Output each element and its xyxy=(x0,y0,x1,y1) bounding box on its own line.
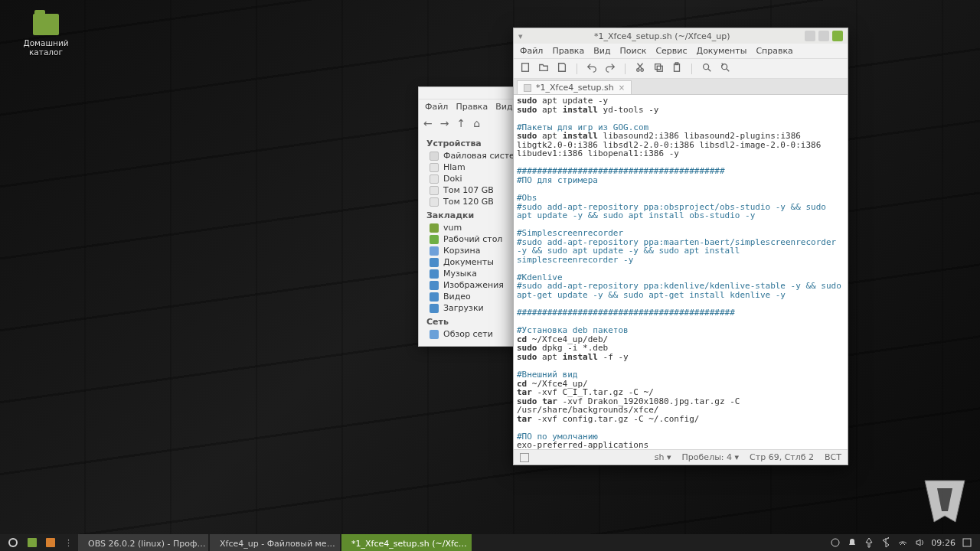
fm-menu-item[interactable]: Правка xyxy=(456,102,488,112)
undo-icon[interactable] xyxy=(586,62,597,75)
show-desktop-icon[interactable] xyxy=(962,537,972,548)
editor-tabbar: *1_Xfce4_setup.sh × xyxy=(514,79,848,95)
status-lang[interactable]: sh ▾ xyxy=(655,452,671,462)
drive-icon xyxy=(430,152,439,161)
replace-icon[interactable] xyxy=(720,62,730,75)
file-icon xyxy=(524,84,531,92)
sidebar-item-label: Музыка xyxy=(443,269,477,279)
editor-tab[interactable]: *1_Xfce4_setup.sh × xyxy=(517,80,632,94)
search-icon[interactable] xyxy=(701,62,712,75)
editor-menu-item[interactable]: Справка xyxy=(756,46,792,56)
sidebar-item-label: Обзор сети xyxy=(443,329,493,339)
window-title: *1_Xfce4_setup.sh (~/Xfce4_up) xyxy=(523,31,802,41)
editor-window[interactable]: ▾ *1_Xfce4_setup.sh (~/Xfce4_up) ФайлПра… xyxy=(513,28,848,465)
taskbar[interactable]: ⋮ OBS 26.0.2 (linux) - Проф…Xfce4_up - Ф… xyxy=(0,534,980,551)
bluetooth-icon[interactable] xyxy=(880,537,891,548)
terminal-icon xyxy=(46,538,55,547)
taskbar-task[interactable]: Xfce4_up - Файловый ме… xyxy=(210,534,340,551)
disk-icon xyxy=(430,174,439,184)
fblue-icon xyxy=(430,292,439,302)
editor-menubar: ФайлПравкаВидПоискСервисДокументыСправка xyxy=(514,44,848,59)
up-icon[interactable]: ↑ xyxy=(456,117,466,129)
tab-close-icon[interactable]: × xyxy=(619,83,625,92)
notifications-icon[interactable] xyxy=(847,537,858,548)
svg-rect-0 xyxy=(522,64,529,72)
fblue-icon xyxy=(430,281,439,290)
watermark-logo xyxy=(920,474,969,528)
svg-point-10 xyxy=(10,540,16,546)
status-insert: ВСТ xyxy=(825,452,841,462)
sidebar-item-label: Изображения xyxy=(443,280,504,290)
sidebar-item-label: Том 120 GB xyxy=(443,197,494,207)
svg-rect-4 xyxy=(657,66,662,71)
fblue-icon xyxy=(430,269,439,279)
status-spaces[interactable]: Пробелы: 4 ▾ xyxy=(682,452,739,462)
editor-menu-item[interactable]: Сервис xyxy=(655,46,687,56)
svg-rect-3 xyxy=(655,64,661,70)
disk-icon xyxy=(430,197,439,207)
editor-menu-item[interactable]: Поиск xyxy=(620,46,647,56)
launcher-files[interactable] xyxy=(23,534,41,551)
editor-content[interactable]: sudo apt update -y sudo apt install yd-t… xyxy=(514,95,848,449)
tab-label: *1_Xfce4_setup.sh xyxy=(536,83,614,93)
update-icon[interactable] xyxy=(864,537,874,548)
open-file-icon[interactable] xyxy=(538,62,549,75)
paste-icon[interactable] xyxy=(671,62,682,75)
editor-menu-item[interactable]: Правка xyxy=(552,46,584,56)
launcher-terminal[interactable] xyxy=(41,534,60,551)
svg-point-1 xyxy=(637,69,640,72)
task-label: Xfce4_up - Файловый ме… xyxy=(220,539,335,549)
fblue-icon xyxy=(430,304,439,313)
fblue-icon xyxy=(430,258,439,267)
folder-icon xyxy=(28,538,37,547)
desktop-icon-home[interactable]: Домашний каталог xyxy=(18,14,74,57)
launcher-misc[interactable]: ⋮ xyxy=(60,534,77,551)
sidebar-item-label: Корзина xyxy=(443,246,480,256)
task-label: OBS 26.0.2 (linux) - Проф… xyxy=(88,539,205,549)
obs-tray-icon[interactable] xyxy=(830,537,841,548)
app-menu-button[interactable] xyxy=(3,534,23,551)
fm-menu-item[interactable]: Файл xyxy=(425,102,448,112)
back-icon[interactable]: ← xyxy=(423,117,433,129)
taskbar-task[interactable]: OBS 26.0.2 (linux) - Проф… xyxy=(78,534,208,551)
copy-icon[interactable] xyxy=(653,62,664,75)
sidebar-item-label: Doki xyxy=(443,174,462,184)
sidebar-item-label: Том 107 GB xyxy=(443,185,494,195)
home-icon[interactable]: ⌂ xyxy=(473,117,480,129)
forward-icon[interactable]: → xyxy=(440,117,449,129)
minimize-button[interactable] xyxy=(805,31,815,41)
new-file-icon[interactable] xyxy=(520,62,531,75)
mint-logo-icon xyxy=(8,537,18,548)
sidebar-item-label: Hlam xyxy=(443,162,466,172)
side-panel-icon[interactable] xyxy=(520,453,529,462)
status-cursor: Стр 69, Стлб 2 xyxy=(750,452,814,462)
clock[interactable]: 09:26 xyxy=(931,538,956,548)
fm-menu-item[interactable]: Вид xyxy=(495,102,512,112)
editor-menu-item[interactable]: Вид xyxy=(593,46,610,56)
close-button[interactable] xyxy=(832,31,843,41)
desktop-icon-label: Домашний каталог xyxy=(18,38,74,57)
save-file-icon[interactable] xyxy=(557,62,567,75)
svg-point-7 xyxy=(704,64,709,70)
folder-icon xyxy=(430,246,439,256)
svg-point-2 xyxy=(641,69,644,72)
network-icon[interactable] xyxy=(897,537,908,548)
maximize-button[interactable] xyxy=(818,31,829,41)
taskbar-task[interactable]: *1_Xfce4_setup.sh (~/Xfc… xyxy=(341,534,472,551)
home-icon xyxy=(430,223,439,233)
editor-menu-item[interactable]: Документы xyxy=(697,46,747,56)
cut-icon[interactable] xyxy=(635,62,645,75)
svg-rect-12 xyxy=(963,539,971,546)
editor-statusbar: sh ▾ Пробелы: 4 ▾ Стр 69, Стлб 2 ВСТ xyxy=(514,449,848,465)
disk-icon xyxy=(430,186,439,195)
svg-point-11 xyxy=(831,539,839,546)
editor-titlebar[interactable]: ▾ *1_Xfce4_setup.sh (~/Xfce4_up) xyxy=(514,28,848,44)
volume-icon[interactable] xyxy=(914,537,925,548)
task-label: *1_Xfce4_setup.sh (~/Xfc… xyxy=(351,539,467,549)
sidebar-item-label: Загрузки xyxy=(443,303,484,313)
editor-menu-item[interactable]: Файл xyxy=(520,46,543,56)
redo-icon[interactable] xyxy=(605,62,616,75)
net-icon xyxy=(430,330,439,339)
editor-toolbar xyxy=(514,59,848,79)
sidebar-item-label: Видео xyxy=(443,292,471,302)
